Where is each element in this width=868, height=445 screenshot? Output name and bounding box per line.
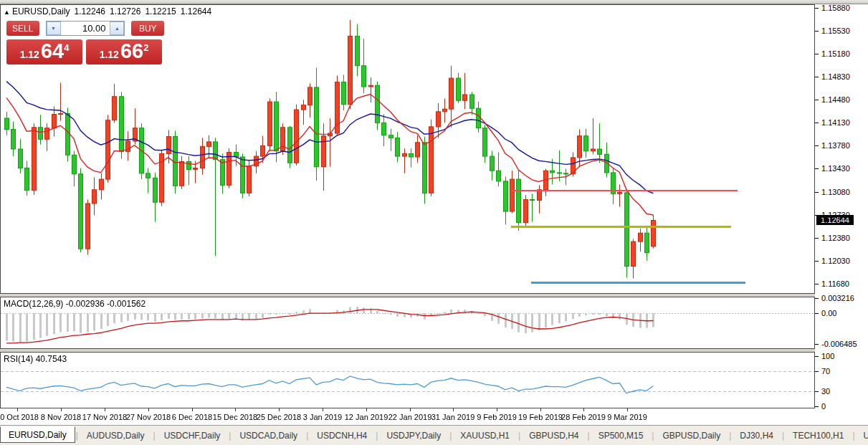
date-tick-mark: [192, 408, 193, 411]
tab-audusd-daily[interactable]: AUDUSD,Daily: [79, 429, 153, 443]
collapse-arrow-icon[interactable]: ▲: [4, 9, 10, 16]
volume-decrease-icon[interactable]: ▼: [47, 21, 61, 35]
date-tick-mark: [540, 408, 541, 411]
date-label: 17 Nov 2018: [82, 413, 127, 421]
rsi-tick-label: 70: [815, 367, 830, 375]
sell-button[interactable]: SELL: [6, 21, 39, 36]
sell-price-sup: 4: [64, 42, 69, 53]
date-tick-mark: [235, 408, 236, 411]
volume-increase-icon[interactable]: ▲: [110, 21, 124, 35]
date-tick-mark: [627, 408, 628, 411]
price-tick-label: 1.12380: [815, 234, 850, 242]
date-tick-mark: [583, 408, 584, 411]
macd-tick-label: 0.00: [815, 309, 836, 317]
price-tick-label: 1.15880: [815, 4, 850, 12]
date-label: 9 Feb 2019: [477, 413, 517, 421]
volume-value[interactable]: 10.00: [61, 21, 110, 35]
date-tick-mark: [105, 408, 105, 411]
date-label: 22 Jan 2019: [388, 413, 432, 421]
date-label: 19 Feb 2019: [518, 413, 563, 421]
trading-terminal: ▲EURUSD,Daily1.122461.127261.122151.1264…: [0, 0, 868, 445]
tab-usdcad-daily[interactable]: USDCAD,Daily: [232, 429, 305, 443]
chart-ohlc-header: ▲EURUSD,Daily1.122461.127261.122151.1264…: [4, 6, 211, 16]
date-label: 25 Dec 2018: [257, 413, 301, 421]
date-axis[interactable]: 30 Oct 20188 Nov 201817 Nov 201827 Nov 2…: [0, 408, 815, 425]
buy-price-prefix: 1.12: [100, 49, 119, 60]
buy-price-sup: 2: [143, 42, 148, 53]
rsi-indicator-pane[interactable]: RSI(14) 40.7543: [0, 352, 815, 408]
buy-price-button[interactable]: 1.12 66 2: [86, 39, 162, 64]
price-tick-label: 1.12730: [815, 211, 850, 219]
rsi-name: RSI(14): [4, 354, 33, 364]
date-tick-mark: [17, 408, 18, 411]
date-label: 28 Feb 2019: [561, 413, 606, 421]
rsi-label: RSI(14) 40.7543: [4, 354, 67, 364]
rsi-value: 40.7543: [36, 354, 67, 364]
tab-usdcnh-h4[interactable]: USDCNH,H4: [309, 429, 375, 443]
price-axis[interactable]: 1.12644 1.158801.155301.151801.148301.14…: [815, 4, 868, 425]
date-tick-mark: [366, 408, 367, 411]
price-tick-label: 1.12030: [815, 257, 850, 265]
date-label: 15 Dec 2018: [213, 413, 257, 421]
sell-price-prefix: 1.12: [20, 49, 39, 60]
tab-sp500-m15[interactable]: SP500,M15: [591, 429, 652, 443]
tab-gbpusd-h4[interactable]: GBPUSD,H4: [521, 429, 586, 443]
date-label: 31 Jan 2019: [431, 413, 475, 421]
price-tick-label: 1.14130: [815, 118, 850, 127]
date-tick-mark: [279, 408, 280, 411]
tab-eurusd-daily[interactable]: EURUSD,Daily: [0, 426, 75, 443]
macd-main-value: -0.002936: [66, 299, 105, 309]
macd-name: MACD(12,26,9): [4, 299, 63, 309]
tab-usdchf-daily[interactable]: USDCHF,Daily: [156, 429, 229, 443]
macd-signal-value: -0.001562: [107, 299, 146, 309]
ohlc-open: 1.12246: [75, 6, 105, 16]
ohlc-high: 1.12726: [110, 6, 140, 16]
tab-tech100-h1[interactable]: TECH100,H1: [785, 429, 852, 443]
date-label: 12 Jan 2019: [345, 413, 388, 421]
price-tick-label: 1.14830: [815, 72, 850, 81]
price-tick-label: 1.13430: [815, 164, 850, 173]
rsi-canvas[interactable]: [1, 353, 814, 408]
chart-tab-bar: EURUSD,Daily|AUDUSD,Daily|USDCHF,Daily|U…: [0, 425, 868, 445]
tab-xauusd-h1[interactable]: XAUUSD,H1: [452, 429, 518, 443]
date-label: 9 Mar 2019: [607, 413, 647, 421]
date-tick-mark: [61, 408, 62, 411]
buy-price-big: 66: [120, 39, 143, 63]
date-tick-mark: [323, 408, 323, 411]
buy-button[interactable]: BUY: [131, 21, 164, 36]
volume-stepper[interactable]: ▼ 10.00 ▲: [46, 21, 125, 36]
rsi-tick-label: 30: [815, 387, 830, 396]
date-label: 8 Nov 2018: [41, 413, 81, 421]
price-tick-label: 1.13780: [815, 141, 850, 150]
one-click-trading-widget: SELL ▼ 10.00 ▲ BUY 1.12 64 4 1.12 66 2: [6, 21, 164, 64]
rsi-tick-label: 0: [815, 402, 826, 411]
main-chart-pane[interactable]: ▲EURUSD,Daily1.122461.127261.122151.1264…: [0, 4, 815, 294]
macd-label: MACD(12,26,9) -0.002936 -0.001562: [4, 299, 146, 309]
sell-price-big: 64: [41, 39, 64, 63]
tab-dj30-h4[interactable]: DJ30,H4: [732, 429, 781, 443]
date-tick-mark: [497, 408, 497, 411]
macd-tick-label: 0.003216: [815, 294, 854, 302]
macd-tick-label: -0.006485: [815, 340, 857, 348]
tab-gbpusd-daily[interactable]: GBPUSD,Daily: [654, 429, 728, 443]
tab-ukc[interactable]: UKC: [856, 429, 868, 443]
price-tick-label: 1.11680: [815, 279, 849, 288]
macd-indicator-pane[interactable]: MACD(12,26,9) -0.002936 -0.001562: [0, 297, 815, 349]
ohlc-close: 1.12644: [181, 6, 211, 16]
price-tick-label: 1.14480: [815, 95, 850, 104]
date-label: 6 Dec 2018: [172, 413, 212, 421]
tab-usdjpy-daily[interactable]: USDJPY,Daily: [378, 429, 449, 443]
date-label: 30 Oct 2018: [0, 413, 39, 421]
date-tick-mark: [453, 408, 454, 411]
date-label: 3 Jan 2019: [303, 413, 342, 421]
chart-symbol-period: EURUSD,Daily: [12, 6, 70, 16]
date-label: 27 Nov 2018: [126, 413, 171, 421]
price-tick-label: 1.15530: [815, 27, 850, 35]
date-tick-mark: [410, 408, 411, 411]
price-tick-label: 1.13080: [815, 188, 850, 196]
rsi-tick-label: 100: [815, 352, 834, 360]
ohlc-low: 1.12215: [145, 6, 176, 16]
price-tick-label: 1.15180: [815, 49, 850, 58]
sell-price-button[interactable]: 1.12 64 4: [6, 39, 82, 64]
date-tick-mark: [148, 408, 149, 411]
